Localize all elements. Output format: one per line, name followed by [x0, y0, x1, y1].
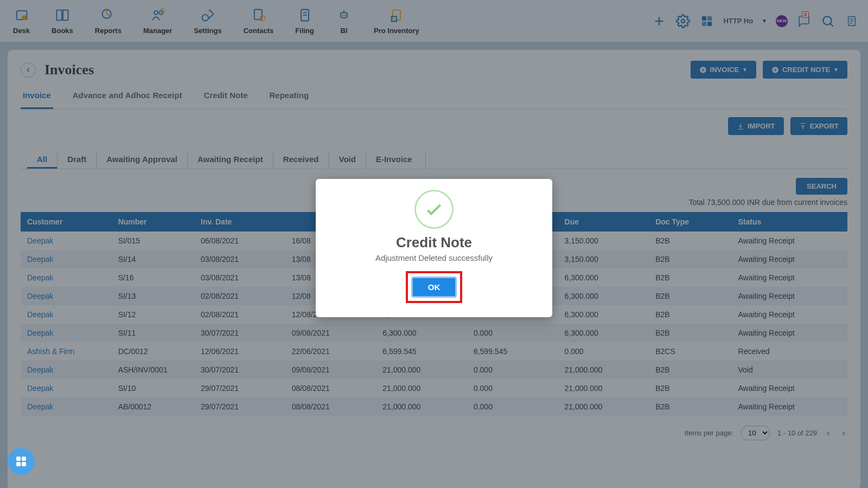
svg-rect-31	[22, 457, 26, 461]
modal: Credit Note Adjustment Deleted successfu…	[316, 179, 552, 317]
svg-rect-30	[16, 457, 21, 461]
modal-message: Adjustment Deleted successfully	[332, 253, 536, 262]
svg-rect-33	[22, 462, 26, 466]
modal-title: Credit Note	[332, 234, 536, 251]
svg-rect-32	[16, 462, 21, 466]
success-check-icon	[414, 190, 454, 229]
ok-highlight-box: OK	[406, 271, 463, 303]
ok-button[interactable]: OK	[411, 277, 457, 298]
launcher-widget[interactable]	[8, 448, 35, 475]
